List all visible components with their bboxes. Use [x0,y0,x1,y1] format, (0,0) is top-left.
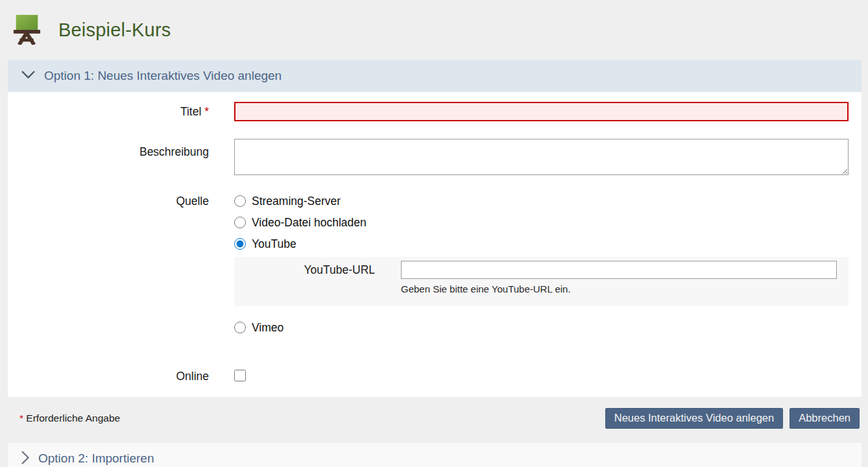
page-header: Beispiel-Kurs [0,0,868,60]
course-easel-icon [12,12,42,47]
beschreibung-label: Beschreibung [8,139,209,175]
quelle-label: Quelle [8,193,209,352]
required-note-text: Erforderliche Angabe [26,413,120,424]
youtube-radio[interactable] [234,238,246,250]
chevron-right-icon [21,450,30,467]
main-content: Option 1: Neues Interaktives Video anleg… [8,60,862,467]
accordion-option2-header[interactable]: Option 2: Importieren [8,443,862,467]
submit-button[interactable]: Neues Interaktives Video anlegen [605,408,783,429]
form-buttons: Neues Interaktives Video anlegen Abbrech… [605,408,860,429]
youtube-url-input[interactable] [401,261,837,279]
vimeo-radio-label: Vimeo [252,321,283,335]
titel-input[interactable] [234,102,849,121]
youtube-url-label: YouTube-URL [234,261,375,294]
titel-label: Titel * [8,102,209,121]
required-asterisk: * [204,105,209,118]
beschreibung-row: Beschreibung [8,139,849,175]
accordion-option2-label: Option 2: Importieren [38,451,154,466]
quelle-row: Quelle Streaming-Server Video-Datei hoch… [8,193,849,352]
video-datei-radio-label: Video-Datei hochladen [252,216,367,230]
form-footer: * Erforderliche Angabe Neues Interaktive… [8,397,862,439]
video-datei-radio[interactable] [234,217,246,228]
online-label: Online [8,370,209,383]
accordion-option1-label: Option 1: Neues Interaktives Video anleg… [44,69,282,83]
radio-option-vimeo[interactable]: Vimeo [234,319,849,336]
radio-option-streaming-server[interactable]: Streaming-Server [234,193,849,210]
required-note-asterisk: * [19,413,23,424]
vimeo-radio[interactable] [234,322,246,333]
titel-row: Titel * [8,102,849,121]
streaming-server-radio[interactable] [234,195,246,207]
radio-option-video-datei[interactable]: Video-Datei hochladen [234,214,849,231]
youtube-radio-label: YouTube [252,237,296,251]
cancel-button[interactable]: Abbrechen [790,408,860,429]
youtube-url-section: YouTube-URL Geben Sie bitte eine YouTube… [234,257,849,306]
chevron-down-icon [21,70,36,82]
radio-option-youtube[interactable]: YouTube [234,235,849,252]
page-title: Beispiel-Kurs [58,19,171,41]
streaming-server-radio-label: Streaming-Server [252,195,341,208]
beschreibung-textarea[interactable] [234,139,849,175]
create-video-form: Titel * Beschreibung Quelle Streaming-Se… [8,92,862,397]
online-row: Online [8,370,849,383]
required-note: * Erforderliche Angabe [19,413,120,424]
youtube-url-help-text: Geben Sie bitte eine YouTube-URL ein. [401,283,837,294]
accordion-option1-header[interactable]: Option 1: Neues Interaktives Video anleg… [8,60,862,92]
online-checkbox[interactable] [234,370,246,381]
